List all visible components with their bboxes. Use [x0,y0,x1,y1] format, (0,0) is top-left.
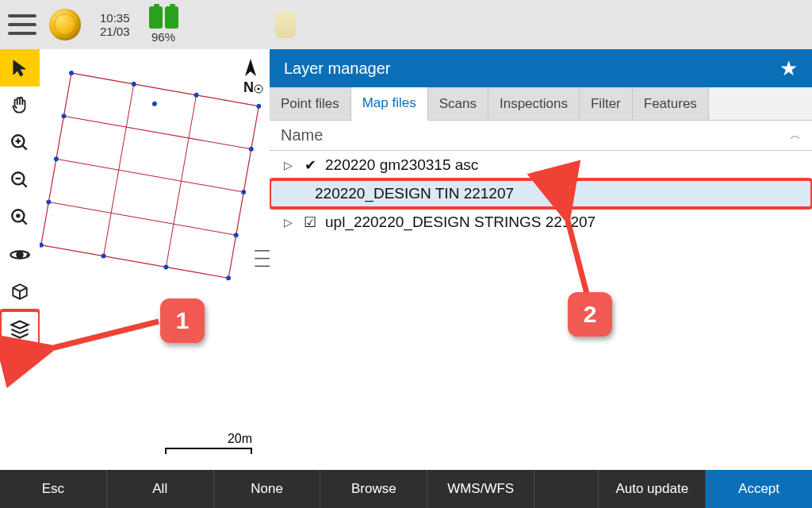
tab-scans[interactable]: Scans [428,87,488,120]
tab-inspections[interactable]: Inspections [488,87,580,120]
clock-readout: 10:35 21/03 [90,0,140,49]
panel-header: Layer manager ★ [270,49,812,87]
survey-drawing [40,49,270,470]
battery-percent: 96% [151,30,175,44]
tab-filter[interactable]: Filter [580,87,633,120]
svg-point-22 [40,242,44,248]
svg-line-11 [56,159,243,192]
layer-list: ▷ ✔ 220220 gm230315 asc 220220_DESIGN TI… [270,151,812,470]
svg-text:N: N [243,79,254,95]
battery-status: 96% [140,0,188,49]
callout-1: 1 [160,298,205,343]
svg-point-26 [226,275,232,281]
bottom-toolbar: Esc All None Browse WMS/WFS Auto update … [0,470,812,508]
svg-point-6 [17,357,21,361]
svg-point-16 [131,81,136,87]
zoom-extents-tool[interactable] [0,198,40,236]
more-tools[interactable] [0,348,40,385]
esc-button[interactable]: Esc [0,470,107,508]
layer-name: 220220_DESIGN TIN 221207 [315,185,514,202]
expand-icon[interactable]: ▷ [284,159,295,171]
svg-point-27 [101,253,106,259]
svg-point-24 [241,190,247,195]
battery-icon [149,6,163,29]
svg-point-28 [163,264,169,270]
expand-icon[interactable]: ▷ [284,216,295,229]
svg-point-25 [233,233,239,238]
layer-manager-panel: Layer manager ★ Point files Map files Sc… [270,49,812,470]
tab-features[interactable]: Features [633,87,709,120]
svg-point-4 [17,252,22,257]
time-label: 10:35 [100,11,130,25]
visibility-check-icon[interactable]: ✔ [303,156,317,174]
tab-point-files[interactable]: Point files [270,87,351,120]
layer-row[interactable]: ▷ ☑ upl_220220_DESIGN STRINGS 221207 [270,208,812,237]
svg-line-14 [166,95,196,267]
date-label: 21/03 [100,25,130,38]
orbit-tool[interactable] [0,236,40,273]
svg-point-32 [258,88,260,90]
layers-tool[interactable] [0,310,40,348]
visibility-check-icon[interactable]: ☑ [303,214,317,231]
auto-update-label: Auto update [615,482,688,497]
layer-name: upl_220220_DESIGN STRINGS 221207 [325,214,596,231]
zoom-out-tool[interactable] [0,161,40,198]
svg-line-12 [48,202,236,235]
svg-line-10 [63,116,251,149]
tab-map-files[interactable]: Map files [351,87,428,121]
left-toolbar [0,49,40,470]
tab-strip: Point files Map files Scans Inspections … [270,87,812,121]
layer-row-selected[interactable]: 220220_DESIGN TIN 221207 [270,179,812,208]
top-status-bar: 10:35 21/03 96% [0,0,812,49]
favorite-icon[interactable]: ★ [779,56,798,81]
browse-button[interactable]: Browse [320,470,427,508]
scale-bar: 20m [165,432,252,454]
none-button[interactable]: None [214,470,321,508]
svg-point-7 [17,364,21,368]
svg-point-20 [53,156,59,162]
accept-button[interactable]: Accept [706,470,812,508]
all-button[interactable]: All [107,470,214,508]
svg-point-19 [61,114,67,119]
auto-update-button[interactable]: Auto update [599,470,706,508]
menu-icon[interactable] [5,0,40,49]
svg-point-29 [151,101,157,106]
svg-point-17 [193,92,199,98]
svg-point-3 [17,214,19,217]
callout-2: 2 [568,292,612,337]
layer-row[interactable]: ▷ ✔ 220220 gm230315 asc [270,151,812,179]
svg-line-13 [104,84,134,256]
globe-icon[interactable] [40,0,90,49]
layer-name: 220220 gm230315 asc [325,156,478,174]
column-header[interactable]: Name ︿ [270,121,812,151]
cube-tool[interactable] [0,273,40,310]
map-canvas[interactable]: N 20m │││ [40,49,270,470]
bottom-spacer [534,470,599,508]
zoom-in-tool[interactable] [0,124,40,161]
svg-point-15 [69,71,75,76]
svg-point-8 [17,371,21,375]
select-tool[interactable] [0,49,40,87]
instrument-icon[interactable] [275,11,296,38]
panel-title-text: Layer manager [284,60,391,78]
sort-icon[interactable]: ︿ [790,129,801,143]
scale-label: 20m [228,432,252,445]
svg-point-23 [248,146,254,152]
north-arrow-icon: N [236,57,265,105]
svg-point-21 [46,199,52,205]
battery-icon [165,6,178,29]
column-name: Name [281,126,323,144]
wms-wfs-button[interactable]: WMS/WFS [427,470,534,508]
pan-tool[interactable] [0,87,40,124]
